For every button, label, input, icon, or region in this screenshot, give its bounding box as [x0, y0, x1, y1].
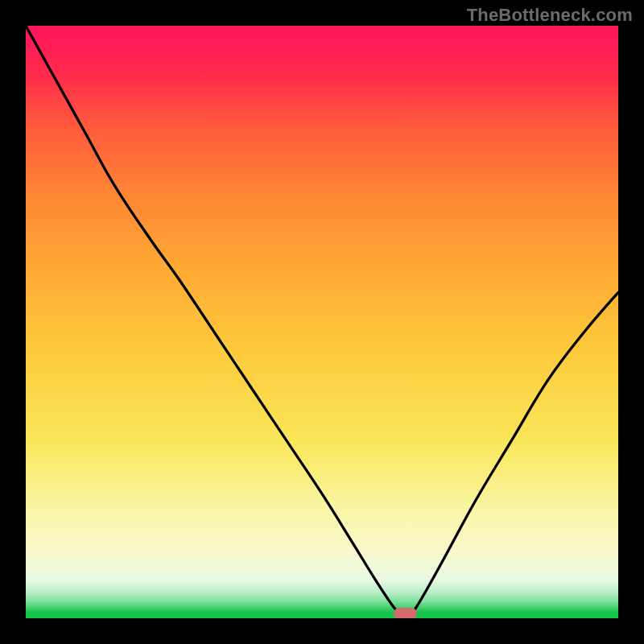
- optimal-marker-icon: [394, 608, 417, 618]
- plot-area: [26, 26, 618, 618]
- watermark-text: TheBottleneck.com: [467, 5, 633, 26]
- chart-frame: TheBottleneck.com: [0, 0, 644, 644]
- bottleneck-curve: [26, 26, 618, 618]
